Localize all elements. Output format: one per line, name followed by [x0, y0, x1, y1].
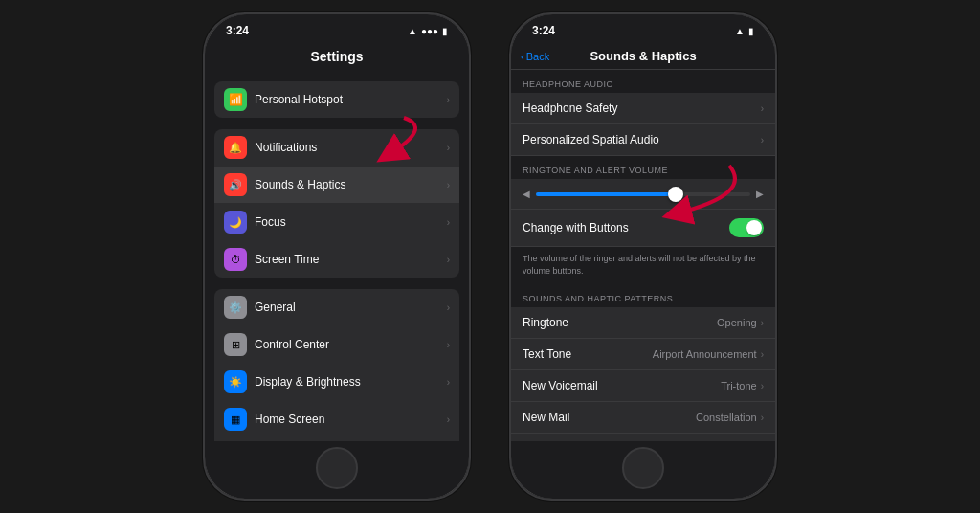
ringtone-value: Opening: [717, 317, 757, 328]
detail-item-text-tone[interactable]: Text Tone Airport Announcement ›: [511, 339, 775, 370]
text-tone-chevron: ›: [761, 349, 764, 360]
screen-time-icon: ⏱: [224, 248, 247, 271]
volume-low-icon: ◀: [523, 189, 530, 199]
change-buttons-label: Change with Buttons: [523, 221, 729, 234]
home-screen-label: Home Screen: [255, 413, 447, 426]
settings-item-general[interactable]: ⚙️ General ›: [214, 289, 459, 326]
wifi-icon: ▲: [408, 26, 417, 36]
status-bar-1: 3:24 ▲ ●●● ▮: [205, 14, 469, 41]
new-voicemail-value: Tri-tone: [721, 380, 757, 391]
text-tone-label: Text Tone: [523, 347, 653, 361]
sounds-haptics-icon: 🔊: [224, 173, 247, 196]
settings-item-sounds-haptics[interactable]: 🔊 Sounds & Haptics ›: [214, 167, 459, 204]
slider-thumb[interactable]: [668, 187, 683, 202]
spatial-audio-chevron: ›: [761, 135, 764, 145]
status-icons-2: ▲ ▮: [735, 26, 754, 36]
sounds-haptics-label: Sounds & Haptics: [255, 178, 447, 191]
phone-2-screen: 3:24 ▲ ▮ ‹ Back Sounds & Haptics: [511, 14, 775, 499]
signal-icon: ●●●: [421, 26, 438, 36]
detail-header: ‹ Back Sounds & Haptics: [511, 41, 775, 70]
phone-1-shell: 3:24 ▲ ●●● ▮ Settings 📶 Person: [203, 12, 471, 501]
sounds-patterns-label: SOUNDS AND HAPTIC PATTERNS: [511, 284, 775, 307]
battery-icon: ▮: [442, 26, 448, 36]
section-gap-3: [205, 278, 469, 289]
personal-hotspot-label: Personal Hotspot: [255, 93, 447, 106]
new-voicemail-chevron: ›: [761, 381, 764, 391]
screen-time-label: Screen Time: [255, 253, 447, 266]
wifi-icon-2: ▲: [735, 26, 745, 36]
detail-item-spatial-audio[interactable]: Personalized Spatial Audio ›: [511, 124, 775, 156]
toggle-knob: [746, 220, 762, 235]
status-time-2: 3:24: [532, 24, 555, 37]
detail-item-ringtone[interactable]: Ringtone Opening ›: [511, 307, 775, 339]
control-center-chevron: ›: [447, 340, 450, 350]
control-center-label: Control Center: [255, 338, 447, 351]
change-buttons-item[interactable]: Change with Buttons: [511, 210, 775, 247]
new-mail-value: Constellation: [696, 412, 757, 423]
volume-slider-track[interactable]: [536, 192, 750, 196]
settings-item-focus[interactable]: 🌙 Focus ›: [214, 204, 459, 241]
focus-chevron: ›: [447, 217, 450, 228]
hint-text: The volume of the ringer and alerts will…: [511, 247, 775, 284]
settings-item-notifications[interactable]: 🔔 Notifications ›: [214, 129, 459, 167]
change-buttons-toggle[interactable]: [729, 218, 764, 237]
settings-item-display[interactable]: ☀️ Display & Brightness ›: [214, 364, 459, 401]
status-time-1: 3:24: [226, 24, 249, 37]
personal-hotspot-icon: 📶: [224, 88, 247, 111]
settings-item-accessibility[interactable]: ♿ Accessibility ›: [214, 438, 459, 441]
back-button[interactable]: ‹ Back: [521, 51, 549, 62]
home-screen-chevron: ›: [447, 414, 450, 425]
ringtone-label: Ringtone: [523, 316, 717, 329]
detail-item-new-mail[interactable]: New Mail Constellation ›: [511, 402, 775, 434]
notifications-chevron: ›: [447, 143, 450, 153]
battery-icon-2: ▮: [748, 26, 754, 36]
focus-icon: 🌙: [224, 211, 247, 234]
status-icons-1: ▲ ●●● ▮: [408, 26, 448, 36]
home-button-2[interactable]: [622, 447, 664, 489]
settings-section-3: ⚙️ General › ⊞ Control Center › ☀️ Displ…: [214, 289, 459, 441]
settings-section-1: 📶 Personal Hotspot ›: [214, 81, 459, 118]
section-gap-1: [205, 70, 469, 81]
headphone-safety-label: Headphone Safety: [523, 101, 761, 115]
slider-fill: [536, 192, 676, 196]
settings-title: Settings: [205, 41, 469, 70]
screen-time-chevron: ›: [447, 255, 450, 265]
text-tone-value: Airport Announcement: [653, 348, 757, 360]
general-icon: ⚙️: [224, 296, 247, 319]
display-chevron: ›: [447, 377, 450, 388]
sounds-haptics-chevron: ›: [447, 180, 450, 190]
volume-container: ◀ ▶: [511, 179, 775, 210]
ringtone-volume-label: RINGTONE AND ALERT VOLUME: [511, 156, 775, 179]
phone-2-shell: 3:24 ▲ ▮ ‹ Back Sounds & Haptics: [509, 12, 777, 501]
detail-title: Sounds & Haptics: [549, 49, 737, 63]
settings-item-screen-time[interactable]: ⏱ Screen Time ›: [214, 241, 459, 278]
general-chevron: ›: [447, 302, 450, 313]
phone-1-screen: 3:24 ▲ ●●● ▮ Settings 📶 Person: [205, 14, 469, 499]
volume-slider-row: ◀ ▶: [523, 189, 764, 199]
home-button-1[interactable]: [316, 447, 358, 489]
back-chevron-icon: ‹: [521, 51, 524, 62]
back-label: Back: [526, 51, 549, 62]
phone-2-content: 3:24 ▲ ▮ ‹ Back Sounds & Haptics: [511, 14, 775, 441]
display-icon: ☀️: [224, 370, 247, 393]
general-label: General: [255, 301, 447, 314]
personal-hotspot-chevron: ›: [447, 95, 450, 105]
headphone-safety-chevron: ›: [761, 103, 764, 114]
settings-list[interactable]: 📶 Personal Hotspot › 🔔 Notifications ›: [205, 70, 469, 441]
spatial-audio-label: Personalized Spatial Audio: [523, 133, 761, 146]
volume-high-icon: ▶: [756, 189, 764, 199]
new-mail-label: New Mail: [523, 411, 696, 424]
detail-item-headphone-safety[interactable]: Headphone Safety ›: [511, 93, 775, 124]
settings-section-2: 🔔 Notifications › 🔊 Sounds & Haptics › 🌙…: [214, 129, 459, 278]
detail-item-new-voicemail[interactable]: New Voicemail Tri-tone ›: [511, 370, 775, 402]
detail-content[interactable]: HEADPHONE AUDIO Headphone Safety › Perso…: [511, 70, 775, 441]
notifications-icon: 🔔: [224, 136, 247, 159]
phone-1: 3:24 ▲ ●●● ▮ Settings 📶 Person: [203, 12, 471, 501]
settings-item-control-center[interactable]: ⊞ Control Center ›: [214, 326, 459, 364]
display-label: Display & Brightness: [255, 375, 447, 389]
settings-item-personal-hotspot[interactable]: 📶 Personal Hotspot ›: [214, 81, 459, 118]
section-gap-2: [205, 118, 469, 129]
notifications-label: Notifications: [255, 141, 447, 154]
settings-item-home-screen[interactable]: ▦ Home Screen ›: [214, 401, 459, 438]
detail-item-sent-mail[interactable]: Sent Mail Swoosh ›: [511, 434, 775, 441]
